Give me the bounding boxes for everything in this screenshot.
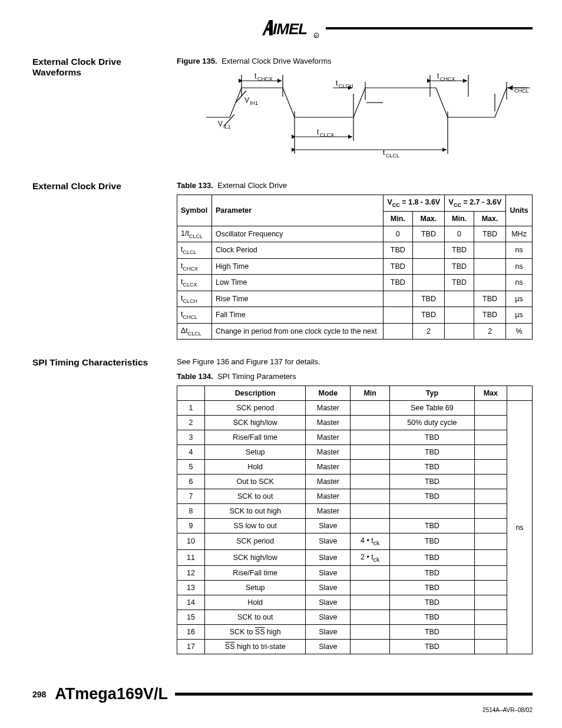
- svg-text:t: t: [254, 72, 257, 80]
- waveform-figure: tCHCX tCLCH tCHCX tCHCL VIH1 VIL1 tCLCX …: [200, 70, 533, 160]
- table-133: SymbolParameterVCC = 1.8 - 3.6VVCC = 2.7…: [177, 195, 533, 340]
- header: IMEL R: [32, 18, 533, 39]
- table-row: tCHCLFall TimeTBDTBDµs: [177, 307, 533, 324]
- table-row: 13SetupSlaveTBD: [177, 581, 533, 595]
- table-row: 7SCK to outMasterTBD: [177, 489, 533, 504]
- doc-id: 2514A–AVR–08/02: [32, 707, 533, 713]
- table-row: 1SCK periodMasterSee Table 69ns: [177, 401, 533, 416]
- svg-text:V: V: [244, 96, 249, 104]
- svg-text:IMEL: IMEL: [273, 20, 307, 38]
- section-heading-clock-drive: External Clock Drive: [32, 181, 177, 351]
- table-row: 2SCK high/lowMaster50% duty cycle: [177, 416, 533, 430]
- table-134: DescriptionModeMinTypMax1SCK periodMaste…: [177, 386, 533, 654]
- table-row: 14HoldSlaveTBD: [177, 595, 533, 610]
- table-row: 6Out to SCKMasterTBD: [177, 475, 533, 489]
- table-row: ΔtCLCLChange in period from one clock cy…: [177, 323, 533, 340]
- svg-text:IL1: IL1: [223, 124, 231, 130]
- svg-text:t: t: [437, 72, 439, 80]
- table-row: 3Rise/Fall timeMasterTBD: [177, 430, 533, 445]
- table-row: 16SCK to SS highSlaveTBD: [177, 625, 533, 640]
- table-row: tCHCXHigh TimeTBDTBDns: [177, 258, 533, 275]
- table-row: 17SS high to tri-stateSlaveTBD: [177, 640, 533, 654]
- table-row: tCLCHRise TimeTBDTBDµs: [177, 291, 533, 307]
- table-row: 5HoldMasterTBD: [177, 460, 533, 475]
- table-row: 8SCK to out highMaster: [177, 504, 533, 519]
- doc-title: ATmega169V/L: [55, 685, 168, 703]
- svg-text:t: t: [336, 79, 338, 87]
- svg-text:CLCH: CLCH: [339, 83, 353, 89]
- section-heading-waveforms: External Clock Drive Waveforms: [32, 57, 177, 175]
- svg-text:CHCL: CHCL: [514, 88, 529, 94]
- spi-intro-text: See Figure 136 and Figure 137 for detail…: [177, 357, 533, 366]
- table-row: 9SS low to outSlaveTBD: [177, 519, 533, 533]
- figure-caption: Figure 135. External Clock Drive Wavefor…: [177, 57, 533, 65]
- svg-text:V: V: [218, 120, 223, 128]
- atmel-logo: IMEL R: [261, 18, 320, 39]
- section-heading-spi: SPI Timing Characteristics: [32, 357, 177, 666]
- svg-text:CLCX: CLCX: [320, 132, 334, 138]
- table-row: 12Rise/Fall timeSlaveTBD: [177, 566, 533, 581]
- table-row: 15SCK to outSlaveTBD: [177, 610, 533, 625]
- table-row: 4SetupMasterTBD: [177, 445, 533, 460]
- page-footer: 298 ATmega169V/L 2514A–AVR–08/02: [32, 685, 533, 713]
- page-number: 298: [32, 690, 46, 699]
- table134-caption: Table 134. SPI Timing Parameters: [177, 372, 533, 381]
- table-row: 11SCK high/lowSlave2 • tckTBD: [177, 549, 533, 566]
- svg-text:CLCL: CLCL: [386, 153, 399, 159]
- table133-caption: Table 133. External Clock Drive: [177, 181, 533, 190]
- svg-text:R: R: [315, 34, 318, 38]
- table-row: 1/tCLCLOscillator Frequency0TBD0TBDMHz: [177, 226, 533, 242]
- table-row: tCLCXLow TimeTBDTBDns: [177, 275, 533, 291]
- table-row: 10SCK periodSlave4 • tckTBD: [177, 533, 533, 550]
- table-row: tCLCLClock PeriodTBDTBDns: [177, 242, 533, 259]
- svg-text:CHCX: CHCX: [440, 76, 455, 82]
- svg-text:CHCX: CHCX: [257, 76, 273, 82]
- svg-text:t: t: [317, 128, 319, 136]
- svg-text:IH1: IH1: [250, 100, 258, 106]
